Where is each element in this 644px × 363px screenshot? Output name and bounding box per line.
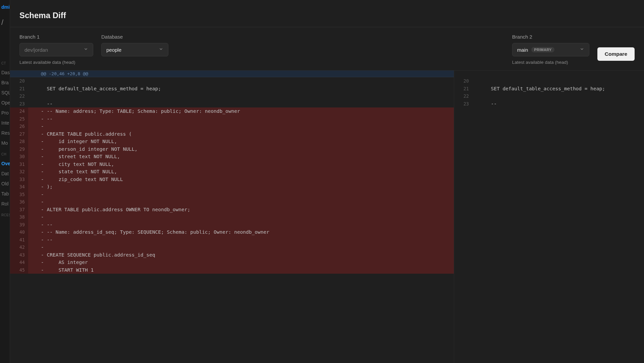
sb-breadcrumb-sep: / [0, 12, 10, 33]
line-number: 42 [10, 243, 28, 251]
sb-item[interactable]: Pro [0, 108, 10, 118]
diff-line: 29- person_id integer NOT NULL, [10, 145, 454, 153]
diff-line: 30- street text NOT NULL, [10, 153, 454, 161]
line-gutter [28, 221, 38, 229]
sb-section-label-2: CH [0, 150, 10, 158]
branch2-label: Branch 2 [512, 34, 589, 40]
left-nav-obscured: dmir / CT Das Bra SQL Ope Pro Inte Res M… [0, 0, 10, 363]
diff-line: 22 [10, 92, 454, 100]
line-number: 30 [10, 153, 28, 161]
line-number: 40 [10, 228, 28, 236]
branch2-helper: Latest available data (head) [512, 60, 589, 65]
line-content: - city text NOT NULL, [38, 161, 454, 168]
line-number: 32 [10, 168, 28, 176]
diff-line: 20 [454, 77, 644, 85]
line-content: - [38, 243, 454, 251]
diff-lines-left: 2021 SET default_table_access_method = h… [10, 77, 454, 274]
sb-item[interactable]: Tab [0, 189, 10, 199]
diff-line: 41- -- [10, 236, 454, 244]
diff-line: 28- id integer NOT NULL, [10, 138, 454, 145]
line-number: 36 [10, 198, 28, 206]
sb-item[interactable]: Rol [0, 199, 10, 209]
line-number: 43 [10, 251, 28, 259]
line-number: 41 [10, 236, 28, 244]
sb-item[interactable]: Ope [0, 98, 10, 108]
diff-line: 35- [10, 191, 454, 198]
line-gutter [28, 85, 38, 93]
line-content: SET default_table_access_method = heap; [482, 85, 644, 93]
diff-line: 38- [10, 213, 454, 221]
line-gutter [472, 100, 482, 108]
diff-pane-right: . 2021 SET default_table_access_method =… [454, 71, 644, 363]
line-gutter [472, 77, 482, 85]
line-number: 31 [10, 161, 28, 168]
line-number: 35 [10, 191, 28, 198]
compare-button[interactable]: Compare [597, 47, 635, 61]
sb-item-active[interactable]: Ove [0, 158, 10, 169]
diff-line: 24- -- Name: address; Type: TABLE; Schem… [10, 107, 454, 115]
line-gutter [28, 161, 38, 168]
line-gutter [28, 206, 38, 214]
sb-item[interactable]: Das [0, 67, 10, 78]
line-number: 20 [454, 77, 472, 85]
controls-row: Branch 1 dev/jordan Latest available dat… [10, 27, 644, 70]
diff-line: 21 SET default_table_access_method = hea… [454, 85, 644, 93]
diff-line: 44- AS integer [10, 259, 454, 266]
diff-line: 40- -- Name: address_id_seq; Type: SEQUE… [10, 228, 454, 236]
line-content: - -- [38, 221, 454, 229]
diff-line: 34- ); [10, 183, 454, 191]
diff-line: 26- [10, 123, 454, 130]
branch1-select[interactable]: dev/jordan [19, 43, 93, 56]
line-number: 33 [10, 176, 28, 183]
line-number: 23 [454, 100, 472, 108]
line-number: 45 [10, 266, 28, 274]
sb-item[interactable]: Res [0, 128, 10, 138]
line-content: - [38, 198, 454, 206]
schema-diff-modal: Schema Diff Branch 1 dev/jordan Latest a… [10, 0, 644, 363]
line-number: 26 [10, 123, 28, 130]
line-gutter [472, 85, 482, 93]
diff-line: 22 [454, 92, 644, 100]
line-content: - ALTER TABLE public.address OWNER TO ne… [38, 206, 454, 214]
line-number: 20 [10, 77, 28, 85]
sb-section-label-1: CT [0, 59, 10, 67]
sb-section-label-3: RCES [0, 211, 10, 219]
line-gutter [28, 123, 38, 130]
sb-item[interactable]: Inte [0, 118, 10, 128]
sb-item[interactable]: SQL [0, 88, 10, 98]
branch1-helper: Latest available data (head) [19, 60, 93, 65]
line-content: - person_id integer NOT NULL, [38, 145, 454, 153]
sb-item[interactable]: Dat [0, 169, 10, 179]
diff-line: 23 -- [10, 100, 454, 108]
diff-lines-right: 2021 SET default_table_access_method = h… [454, 77, 644, 107]
line-gutter [28, 168, 38, 176]
line-content: - [38, 191, 454, 198]
sb-item[interactable]: Bra [0, 78, 10, 88]
diff-pane-left: @@ -20,46 +20,8 @@ 2021 SET default_tabl… [10, 71, 454, 363]
line-content: - -- Name: address; Type: TABLE; Schema:… [38, 107, 454, 115]
line-number: 23 [10, 100, 28, 108]
diff-line: 27- CREATE TABLE public.address ( [10, 130, 454, 138]
chevron-down-icon [580, 47, 584, 53]
chevron-down-icon [84, 47, 88, 53]
line-content: - START WITH 1 [38, 266, 454, 274]
branch2-select[interactable]: main PRIMARY [512, 43, 589, 56]
line-gutter [28, 176, 38, 183]
line-gutter [28, 251, 38, 259]
line-content [38, 92, 454, 100]
database-select[interactable]: people [101, 43, 168, 56]
line-gutter [28, 259, 38, 266]
sb-item[interactable]: Mo [0, 138, 10, 148]
line-gutter [28, 92, 38, 100]
line-number: 44 [10, 259, 28, 266]
line-number: 34 [10, 183, 28, 191]
line-number: 39 [10, 221, 28, 229]
sb-app-name: dmir [0, 2, 10, 12]
branch1-value: dev/jordan [24, 47, 48, 53]
database-label: Database [101, 34, 168, 40]
branch2-group: Branch 2 main PRIMARY Latest available d… [512, 34, 589, 65]
line-gutter [28, 153, 38, 161]
line-gutter [28, 266, 38, 274]
sb-item[interactable]: Old [0, 179, 10, 189]
line-number: 25 [10, 115, 28, 123]
